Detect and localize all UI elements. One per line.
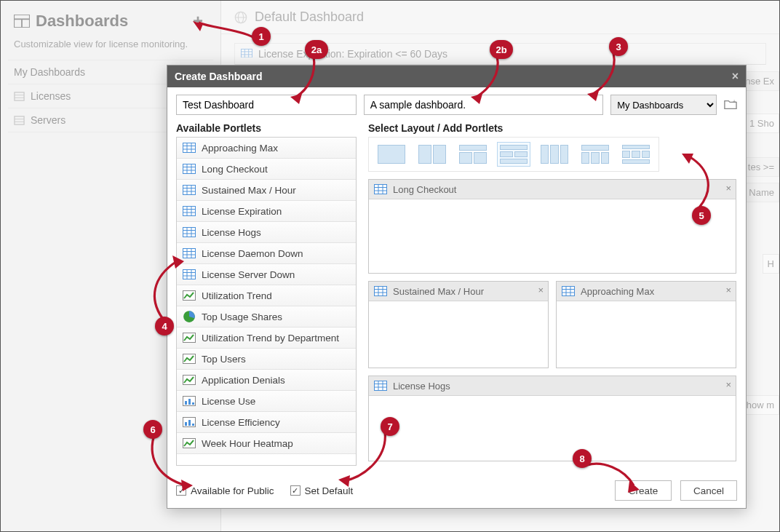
portlet-item-label: License Daemon Down — [202, 248, 303, 259]
portlet-item[interactable]: Week Hour Heatmap — [177, 433, 356, 454]
layout-opt-header-3col[interactable] — [578, 142, 612, 167]
new-folder-icon[interactable]: + — [724, 98, 737, 111]
svg-rect-23 — [183, 164, 196, 174]
svg-rect-18 — [183, 143, 196, 153]
available-portlets-list[interactable]: Approaching MaxLong CheckoutSustained Ma… — [176, 137, 357, 466]
layout-opt-header-3col-footer[interactable] — [619, 142, 653, 167]
portlet-item[interactable]: License Daemon Down — [177, 243, 356, 264]
portlet-item-label: License Efficiency — [202, 417, 280, 428]
set-default-checkbox[interactable]: ✓ Set Default — [290, 485, 354, 496]
cancel-button[interactable]: Cancel — [680, 480, 737, 501]
layout-opt-header-2col[interactable] — [456, 142, 490, 167]
portlet-item-label: Week Hour Heatmap — [202, 438, 293, 449]
callout-6: 6 — [143, 420, 162, 439]
dropzone-mid-left[interactable]: Sustained Max / Hour × — [368, 281, 549, 368]
dropzone-label: License Hogs — [393, 381, 450, 392]
portlet-item-label: Utilization Trend — [202, 290, 272, 301]
available-portlets-title: Available Portlets — [176, 122, 357, 134]
portlet-item[interactable]: Top Users — [177, 349, 356, 370]
folder-select[interactable]: My Dashboards — [610, 95, 717, 115]
portlet-item[interactable]: Long Checkout — [177, 159, 356, 180]
layout-opt-2col[interactable] — [415, 142, 449, 167]
line-icon — [183, 332, 196, 344]
portlet-item-label: Sustained Max / Hour — [202, 185, 296, 196]
dropzone-bottom[interactable]: License Hogs × — [368, 376, 736, 461]
portlet-item[interactable]: License Efficiency — [177, 412, 356, 433]
svg-rect-67 — [375, 185, 387, 194]
callout-8: 8 — [573, 449, 592, 468]
grid-icon — [183, 247, 196, 259]
callout-2b: 2b — [490, 40, 513, 59]
portlet-item-label: Top Users — [202, 354, 246, 365]
remove-portlet-icon[interactable]: × — [725, 183, 731, 194]
close-icon[interactable]: × — [732, 70, 739, 83]
callout-2a: 2a — [305, 40, 328, 59]
svg-rect-43 — [183, 249, 196, 258]
svg-rect-28 — [183, 186, 196, 195]
line-icon — [183, 374, 196, 386]
portlet-item[interactable]: Utilization Trend by Department — [177, 327, 356, 349]
available-public-checkbox[interactable]: ✓ Available for Public — [176, 485, 274, 496]
grid-icon — [374, 380, 387, 392]
portlet-item-label: Approaching Max — [202, 143, 278, 154]
svg-text:+: + — [733, 98, 736, 105]
portlet-item[interactable]: Utilization Trend — [177, 285, 356, 306]
svg-rect-33 — [183, 207, 196, 216]
portlet-item-label: Top Usage Shares — [202, 311, 282, 322]
dropzone-top[interactable]: Long Checkout × — [368, 179, 736, 274]
grid-icon — [183, 269, 196, 280]
svg-rect-38 — [183, 228, 196, 237]
portlet-item-label: License Hogs — [202, 227, 261, 238]
layout-opt-header-2col-footer[interactable] — [497, 142, 530, 167]
portlet-item[interactable]: License Hogs — [177, 222, 356, 243]
line-icon — [183, 353, 196, 365]
svg-rect-72 — [375, 287, 387, 296]
create-dashboard-modal: Create Dashboard × My Dashboards + Avail… — [167, 65, 747, 509]
create-button[interactable]: Create — [615, 480, 672, 501]
portlet-item[interactable]: Approaching Max — [177, 138, 356, 159]
layout-opt-3col[interactable] — [538, 142, 571, 167]
grid-icon — [374, 285, 387, 297]
pie-icon — [183, 311, 196, 322]
portlet-item[interactable]: Top Usage Shares — [177, 306, 356, 327]
dropzone-label: Approaching Max — [581, 286, 654, 297]
dashboard-desc-input[interactable] — [364, 95, 604, 115]
portlet-item[interactable]: Sustained Max / Hour — [177, 180, 356, 201]
remove-portlet-icon[interactable]: × — [538, 285, 544, 295]
line-icon — [183, 437, 196, 449]
svg-rect-82 — [375, 381, 387, 391]
grid-icon — [183, 184, 196, 196]
portlet-item-label: Long Checkout — [202, 164, 268, 175]
remove-portlet-icon[interactable]: × — [725, 285, 731, 295]
svg-rect-61 — [192, 402, 194, 405]
line-icon — [183, 290, 196, 301]
modal-titlebar: Create Dashboard × — [167, 65, 746, 87]
portlet-item-label: Utilization Trend by Department — [202, 333, 339, 344]
layout-picker — [368, 137, 659, 172]
modal-title-text: Create Dashboard — [175, 71, 263, 82]
portlet-item[interactable]: License Server Down — [177, 264, 356, 285]
svg-rect-64 — [188, 420, 191, 426]
layout-opt-1col[interactable] — [375, 142, 408, 167]
dropzone-mid-right[interactable]: Approaching Max × — [556, 281, 736, 368]
bar-icon — [183, 416, 196, 428]
remove-portlet-icon[interactable]: × — [725, 379, 731, 390]
bar-icon — [183, 395, 196, 407]
checkbox-label: Available for Public — [191, 485, 274, 496]
modal-footer: ✓ Available for Public ✓ Set Default Cre… — [176, 480, 737, 501]
portlet-item[interactable]: License Expiration — [177, 201, 356, 222]
svg-rect-63 — [185, 422, 187, 426]
callout-3: 3 — [609, 37, 628, 56]
grid-icon — [374, 183, 387, 195]
dashboard-name-input[interactable] — [176, 95, 357, 115]
portlet-item[interactable]: License Use — [177, 391, 356, 412]
dropzone-area: Long Checkout × Sustained Max / Hour × — [368, 179, 737, 461]
portlet-item[interactable]: Application Denials — [177, 370, 356, 391]
svg-rect-77 — [562, 287, 575, 296]
portlet-item-label: License Expiration — [202, 206, 282, 217]
grid-icon — [183, 226, 196, 238]
svg-rect-60 — [188, 399, 191, 405]
portlet-item-label: Application Denials — [202, 375, 285, 386]
callout-7: 7 — [381, 417, 399, 436]
select-layout-title: Select Layout / Add Portlets — [368, 122, 737, 134]
